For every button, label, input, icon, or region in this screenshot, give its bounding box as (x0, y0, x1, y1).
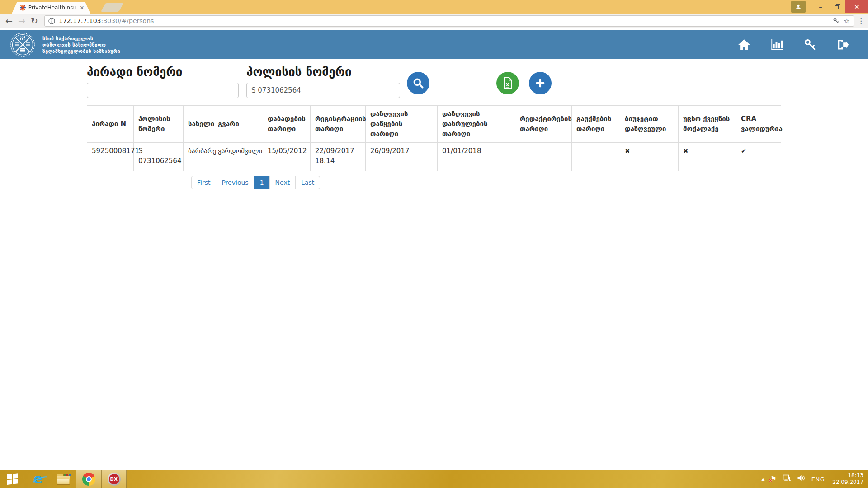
internet-explorer-icon: e (33, 473, 42, 485)
taskbar-file-explorer[interactable] (51, 470, 76, 488)
pagination-next[interactable]: Next (269, 176, 296, 189)
home-icon[interactable] (738, 39, 750, 51)
favicon-asterisk-icon (20, 5, 26, 11)
windows-logo-icon (7, 473, 19, 485)
col-insurance-end-date: დაზღვევის დასრულების თარიღი (438, 106, 515, 143)
col-policy-number: პოლისის ნომერი (134, 106, 184, 143)
show-hidden-icons-arrow[interactable]: ▲ (761, 477, 764, 481)
back-button[interactable]: ← (3, 16, 15, 26)
pagination-first[interactable]: First (191, 176, 216, 189)
network-icon[interactable] (783, 474, 791, 483)
cell-registration-date: 22/09/2017 18:14 (311, 143, 366, 171)
clock[interactable]: 18:13 22.09.2017 (832, 472, 863, 486)
password-key-icon[interactable] (833, 17, 840, 24)
col-edit-date: რედაქტირების თარიღი (515, 106, 572, 143)
taskbar-dx-app[interactable]: DX (101, 470, 127, 488)
cell-policy-number: S 0731062564 (134, 143, 184, 171)
clock-time: 18:13 (832, 472, 863, 479)
file-explorer-icon (57, 475, 70, 485)
tab-close-icon[interactable]: ✕ (80, 5, 84, 11)
taskbar-chrome[interactable] (76, 470, 101, 488)
col-foreign-citizen: უცხო ქვეყნის მოქალაქე (679, 106, 736, 143)
person-icon (795, 4, 802, 10)
cell-cra-valid: ✔ (736, 143, 781, 171)
excel-file-icon: x (502, 77, 513, 89)
policy-number-label: პოლისის ნომერი (246, 65, 352, 79)
volume-icon[interactable] (797, 474, 806, 483)
browser-tab[interactable]: PrivateHealthInsuranceP ✕ (12, 2, 90, 14)
browser-titlebar: PrivateHealthInsuranceP ✕ – ✕ (0, 0, 868, 14)
taskbar-internet-explorer[interactable]: e (25, 470, 51, 488)
dx-app-icon: DX (108, 473, 121, 486)
cell-foreign-citizen: ✖ (679, 143, 736, 171)
org-name: სსიპ საქართველოს დაზღვევის სახელმწიფო ზე… (42, 35, 120, 54)
pagination-page-1[interactable]: 1 (254, 176, 270, 189)
windows-taskbar: e DX ▲ ⚑✕ ENG 18:13 22.09.2017 (0, 470, 868, 488)
col-registration-date: რეგისტრაციის თარიღი (311, 106, 366, 143)
browser-toolbar: ← → ↻ 172.17.7.103:3030/#/persons ☆ ⋮ (0, 14, 868, 28)
cell-last-name: ვარდოშვილი (213, 143, 263, 171)
svg-text:x: x (506, 81, 509, 88)
system-tray: ▲ ⚑✕ ENG 18:13 22.09.2017 (761, 472, 868, 486)
cell-birth-date: 15/05/2012 (263, 143, 311, 171)
window-close-button[interactable]: ✕ (845, 0, 868, 13)
personal-number-label: პირადი ნომერი (87, 65, 182, 79)
logout-icon[interactable] (836, 39, 849, 51)
cell-edit-date (515, 143, 572, 171)
table-row[interactable]: 59250008171 S 0731062564 ბარბარე ვარდოშვ… (87, 143, 781, 171)
search-button[interactable] (407, 72, 429, 94)
col-first-name: სახელი (184, 106, 213, 143)
url-text: 172.17.7.103:3030/#/persons (59, 17, 829, 24)
col-cra-valid: CRA ვალიდურია (736, 106, 781, 143)
language-indicator[interactable]: ENG (811, 476, 825, 483)
cell-insurance-start-date: 26/09/2017 (366, 143, 438, 171)
x-mark-icon: ✖ (625, 147, 630, 155)
window-restore-button[interactable] (835, 4, 840, 9)
address-bar[interactable]: 172.17.7.103:3030/#/persons ☆ (44, 15, 854, 27)
new-tab-button[interactable] (101, 3, 123, 12)
cell-personal-n: 59250008171 (87, 143, 134, 171)
policy-number-input[interactable] (246, 83, 400, 98)
alert-x-icon: ✕ (769, 477, 772, 484)
forward-button[interactable]: → (15, 16, 28, 26)
cell-first-name: ბარბარე (184, 143, 213, 171)
col-insurance-start-date: დაზღვევის დაწყების თარიღი (366, 106, 438, 143)
pagination-last[interactable]: Last (295, 176, 320, 189)
col-last-name: გვარი (213, 106, 263, 143)
cell-cancel-date (572, 143, 620, 171)
personal-number-input[interactable] (87, 83, 239, 98)
chrome-profile-button[interactable] (791, 1, 806, 13)
cell-budget-insured: ✖ (620, 143, 679, 171)
chrome-icon (82, 473, 95, 486)
refresh-button[interactable]: ↻ (28, 16, 41, 26)
persons-table: პირადი N პოლისის ნომერი სახელი გვარი დაბ… (87, 105, 781, 171)
app-header: სსიპ საქართველოს დაზღვევის სახელმწიფო ზე… (0, 30, 868, 59)
start-button[interactable] (0, 470, 25, 488)
page-info-icon[interactable] (48, 18, 55, 24)
pagination-previous[interactable]: Previous (216, 176, 254, 189)
action-center-flag-icon[interactable]: ⚑✕ (770, 476, 776, 483)
col-budget-insured: ბიუჯეტით დაზღვეული (620, 106, 679, 143)
search-icon (412, 77, 424, 89)
pagination: First Previous 1 Next Last (191, 176, 320, 189)
org-logo (10, 32, 35, 57)
table-header-row: პირადი N პოლისის ნომერი სახელი გვარი დაბ… (87, 106, 781, 143)
tab-title: PrivateHealthInsuranceP (28, 5, 77, 11)
cell-insurance-end-date: 01/01/2018 (438, 143, 515, 171)
admin-key-icon[interactable] (804, 39, 816, 51)
col-birth-date: დაბადების თარიღი (263, 106, 311, 143)
bookmark-star-icon[interactable]: ☆ (844, 17, 850, 25)
web-page: სსიპ საქართველოს დაზღვევის სახელმწიფო ზე… (0, 29, 868, 470)
window-minimize-button[interactable]: – (817, 3, 824, 11)
clock-date: 22.09.2017 (832, 479, 863, 486)
chrome-menu-icon[interactable]: ⋮ (857, 16, 865, 25)
export-excel-button[interactable]: x (496, 72, 519, 94)
plus-icon (534, 77, 546, 89)
check-mark-icon: ✔ (741, 147, 746, 155)
col-personal-n: პირადი N (87, 106, 134, 143)
statistics-chart-icon[interactable] (770, 39, 784, 51)
add-person-button[interactable] (529, 72, 552, 94)
col-cancel-date: გაუქმების თარიღი (572, 106, 620, 143)
x-mark-icon: ✖ (683, 147, 689, 155)
